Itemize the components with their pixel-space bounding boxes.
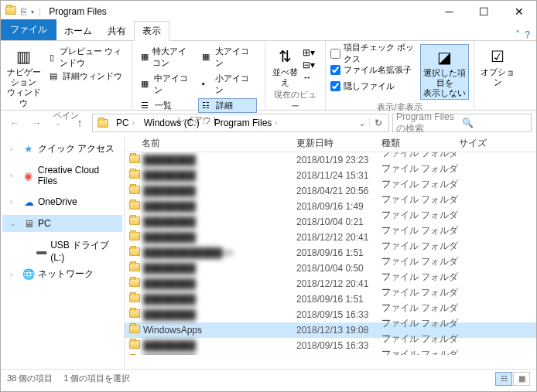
folder-icon <box>129 186 142 196</box>
file-date: 2018/09/15 16:33 <box>296 309 381 320</box>
columns-icon[interactable]: ⊞▾ <box>303 47 315 58</box>
ribbon: ▥ ナビゲーション ウィンドウ ▯プレビュー ウィンドウ ▤詳細ウィンドウ ペイ… <box>1 41 536 111</box>
tab-home[interactable]: ホーム <box>56 22 100 40</box>
file-date: 2018/04/21 20:56 <box>296 186 381 196</box>
tree-item[interactable]: ›◉Creative Cloud Files <box>2 162 122 189</box>
options-button[interactable]: ☑ オプション <box>479 44 516 87</box>
tab-file[interactable]: ファイル <box>1 19 56 40</box>
file-date: 2018/09/15 16:33 <box>296 340 381 351</box>
hide-selected-button[interactable]: ◪ 選択した項目を 表示しない <box>420 44 469 100</box>
search-box[interactable]: Program Filesの検索 🔍 <box>392 114 532 132</box>
recent-dropdown[interactable]: ⌄ <box>49 114 67 132</box>
tree-item[interactable]: ›☁OneDrive <box>2 193 122 210</box>
file-name: ████████ <box>143 216 296 227</box>
file-date: 2018/10/04 0:21 <box>296 216 381 227</box>
groupby-icon[interactable]: ⊟▾ <box>303 60 315 70</box>
item-count: 38 個の項目 <box>7 373 53 384</box>
crumb-folder[interactable]: Program Files› <box>210 114 282 131</box>
view-extralarge[interactable]: ▦特大アイコン <box>137 44 196 70</box>
expand-icon[interactable]: › <box>10 271 19 278</box>
table-row[interactable]: WindowsApps2018/12/13 19:08ファイル フォルダー <box>125 322 536 338</box>
table-row[interactable]: ████████2018/04/21 20:56ファイル フォルダー <box>125 183 536 199</box>
hidden-files[interactable]: 隠しファイル <box>330 78 417 94</box>
tree-item[interactable]: ▬USB ドライブ (L:) <box>2 237 122 265</box>
crumb-drive[interactable]: Windows (C:)› <box>139 114 210 131</box>
table-row[interactable]: ████████2018/10/04 0:21ファイル フォルダー <box>125 214 536 230</box>
refresh-icon[interactable]: ↻ <box>369 118 387 128</box>
table-row[interactable]: ████████2018/09/15 16:33ファイル フォルダー <box>125 338 536 353</box>
qat-dropdown-icon[interactable]: ▾ <box>31 9 34 15</box>
file-name: WindowsApps <box>143 325 296 336</box>
folder-icon <box>5 6 16 17</box>
table-row[interactable]: ████████2018/12/12 20:41ファイル フォルダー <box>125 276 536 291</box>
table-row[interactable]: ████████2018/12/12 20:41ファイル フォルダー <box>125 230 536 245</box>
tree-item[interactable]: ›★クイック アクセス <box>2 140 122 158</box>
view-medium[interactable]: ▦中アイコン <box>137 71 196 97</box>
table-row[interactable]: ████████2018/10/04 0:50ファイル フォルダー <box>125 261 536 276</box>
qat-icon[interactable]: ⎘ <box>21 6 26 17</box>
view-small[interactable]: ▪小アイコン <box>198 71 257 97</box>
col-size[interactable]: サイズ <box>459 137 505 150</box>
window-title: Program Files <box>49 6 107 17</box>
status-bar: 38 個の項目 1 個の項目を選択 ☷ ▦ <box>1 369 536 387</box>
expand-icon[interactable]: › <box>10 145 19 153</box>
folder-icon <box>129 247 142 258</box>
file-name: ████████████rm <box>143 247 296 258</box>
item-checkboxes[interactable]: 項目チェック ボックス <box>330 46 417 61</box>
col-date[interactable]: 更新日時 <box>296 137 381 150</box>
expand-icon[interactable]: › <box>10 172 19 179</box>
preview-icon: ▯ <box>47 51 56 63</box>
help-icon[interactable]: ? <box>525 29 530 40</box>
col-type[interactable]: 種類 <box>381 137 459 150</box>
up-button[interactable]: ↑ <box>70 114 89 132</box>
folder-icon <box>129 201 142 212</box>
crumb-pc[interactable]: PC› <box>111 114 139 131</box>
table-row[interactable]: ████████2016/12/03 0:46ファイル フォルダー <box>125 353 536 355</box>
forward-button[interactable]: → <box>27 114 46 132</box>
view-list[interactable]: ☰一覧 <box>137 98 196 113</box>
table-row[interactable]: ████████2018/01/19 23:23ファイル フォルダー <box>125 152 536 168</box>
tab-view[interactable]: 表示 <box>134 21 169 41</box>
table-row[interactable]: ████████2018/11/24 15:31ファイル フォルダー <box>125 168 536 183</box>
details-pane-button[interactable]: ▤詳細ウィンドウ <box>45 67 127 84</box>
ribbon-collapse-icon[interactable]: ˄ <box>515 29 520 40</box>
file-name: ████████ <box>143 186 296 196</box>
preview-pane-button[interactable]: ▯プレビュー ウィンドウ <box>45 49 127 66</box>
tree-item[interactable]: ›🌐ネットワーク <box>2 265 122 283</box>
file-name: ████████ <box>143 309 296 320</box>
table-row[interactable]: ████████2018/09/15 16:33ファイル フォルダー <box>125 307 536 322</box>
folder-icon <box>129 170 142 181</box>
sizeall-icon[interactable]: ↔ <box>303 72 315 83</box>
tree-icon: ★ <box>22 143 35 155</box>
tree-item[interactable]: ⌄🖥PC <box>2 215 122 232</box>
minimize-button[interactable]: ─ <box>432 1 467 22</box>
file-extensions[interactable]: ファイル名拡張子 <box>330 62 417 77</box>
navigation-pane-button[interactable]: ▥ ナビゲーション ウィンドウ <box>5 44 42 108</box>
xl-icon: ▦ <box>141 52 149 63</box>
navigation-bar: ← → ⌄ ↑ PC› Windows (C:)› Program Files›… <box>1 111 536 135</box>
ribbon-tabs: ファイル ホーム 共有 表示 ˄ ? <box>1 22 536 41</box>
details-view-button[interactable]: ☷ <box>495 372 512 386</box>
table-row[interactable]: ████████2018/09/16 1:51ファイル フォルダー <box>125 291 536 307</box>
folder-icon <box>129 294 142 305</box>
expand-icon[interactable]: ⌄ <box>10 220 19 227</box>
tree-label: クイック アクセス <box>38 142 115 155</box>
view-large[interactable]: ▦大アイコン <box>198 44 257 70</box>
table-row[interactable]: ████████2018/09/16 1:49ファイル フォルダー <box>125 199 536 214</box>
table-row[interactable]: ████████████rm2018/09/16 1:51ファイル フォルダー <box>125 245 536 261</box>
view-details[interactable]: ☷詳細 <box>198 98 257 113</box>
search-icon[interactable]: 🔍 <box>462 118 528 128</box>
expand-icon[interactable]: › <box>10 198 19 206</box>
tab-share[interactable]: 共有 <box>100 22 134 40</box>
address-dropdown-icon[interactable]: ⌄ <box>355 118 369 128</box>
close-button[interactable]: ✕ <box>501 1 536 22</box>
md-icon: ▦ <box>141 79 151 90</box>
file-date: 2018/12/12 20:41 <box>296 278 381 289</box>
maximize-button[interactable]: ☐ <box>467 1 501 22</box>
back-button[interactable]: ← <box>5 114 24 132</box>
sort-button[interactable]: ⇅ 並べ替え <box>270 44 299 87</box>
large-view-button[interactable]: ▦ <box>513 372 530 386</box>
col-name[interactable]: 名前 <box>142 137 296 150</box>
details-icon: ▤ <box>47 70 60 82</box>
address-bar[interactable]: PC› Windows (C:)› Program Files› ⌄ ↻ <box>92 114 389 132</box>
